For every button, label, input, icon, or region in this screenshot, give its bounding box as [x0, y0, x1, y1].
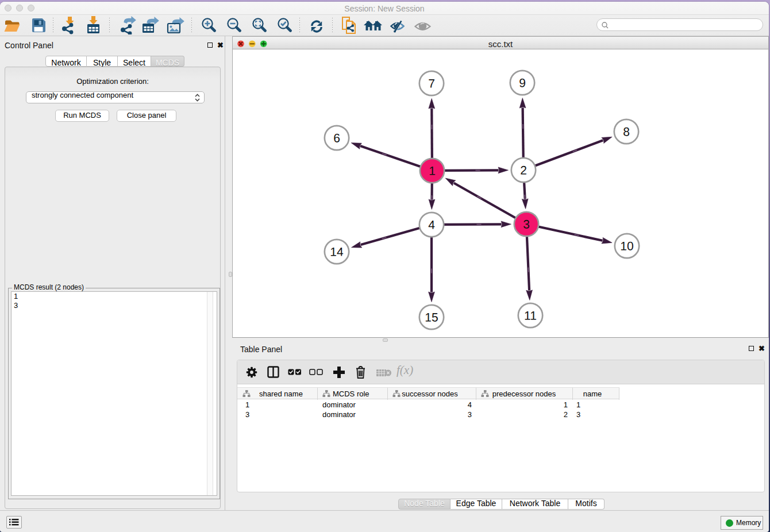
svg-text:4: 4 [428, 218, 435, 231]
svg-text:11: 11 [524, 309, 537, 322]
svg-text:1: 1 [429, 164, 436, 177]
svg-text:9: 9 [519, 76, 526, 89]
svg-text:6: 6 [333, 131, 340, 144]
svg-text:10: 10 [620, 239, 633, 252]
svg-text:7: 7 [428, 76, 435, 90]
svg-text:8: 8 [623, 125, 630, 138]
svg-text:3: 3 [523, 217, 530, 230]
svg-text:14: 14 [330, 245, 344, 258]
svg-text:2: 2 [520, 163, 527, 176]
svg-text:15: 15 [425, 310, 438, 323]
